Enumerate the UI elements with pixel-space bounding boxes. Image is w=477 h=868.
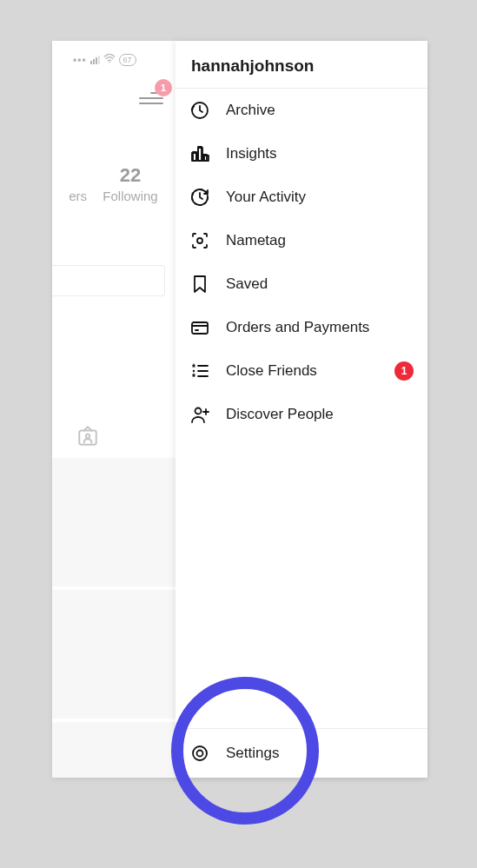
edit-profile-button[interactable] <box>52 265 165 296</box>
svg-point-10 <box>193 370 195 372</box>
svg-rect-9 <box>192 322 208 334</box>
menu-item-your-activity[interactable]: Your Activity <box>176 176 427 219</box>
nametag-icon <box>189 230 210 251</box>
drawer-username: hannahjohnson <box>191 56 314 75</box>
tagged-tab-icon[interactable] <box>76 425 99 451</box>
credit-card-icon <box>189 317 210 338</box>
phone-frame: ••• 67 1 ers 22 Following <box>52 41 427 778</box>
menu-item-nametag[interactable]: Nametag <box>176 219 427 262</box>
menu-item-label: Your Activity <box>226 189 306 206</box>
insights-icon <box>189 143 210 164</box>
menu-item-insights[interactable]: Insights <box>176 132 427 176</box>
svg-point-12 <box>193 746 207 760</box>
menu-item-archive[interactable]: Archive <box>176 89 427 132</box>
svg-point-11 <box>195 408 202 414</box>
menu-item-saved[interactable]: Saved <box>176 262 427 306</box>
menu-item-label: Close Friends <box>226 362 317 380</box>
status-bar: ••• 67 <box>73 53 136 66</box>
menu-item-label: Archive <box>226 102 275 119</box>
drawer-header[interactable]: hannahjohnson <box>176 41 427 89</box>
menu-item-settings[interactable]: Settings <box>176 729 427 778</box>
menu-notification-badge: 1 <box>155 79 172 96</box>
svg-rect-5 <box>198 148 202 161</box>
wifi-icon <box>103 53 116 66</box>
activity-icon <box>189 187 210 208</box>
svg-point-0 <box>109 62 110 63</box>
menu-button[interactable]: 1 <box>139 88 163 109</box>
menu-item-label: Saved <box>226 275 268 293</box>
menu-item-label: Discover People <box>226 406 334 423</box>
svg-point-2 <box>86 434 89 438</box>
signal-icon <box>90 56 100 64</box>
side-drawer: hannahjohnson Archive Insights <box>176 41 427 778</box>
carrier-dots-icon: ••• <box>73 54 87 66</box>
svg-point-13 <box>197 751 203 757</box>
close-friends-badge: 1 <box>394 361 414 381</box>
archive-icon <box>189 100 210 121</box>
menu-item-label: Nametag <box>226 232 286 249</box>
following-count[interactable]: 22 <box>87 164 174 187</box>
menu-item-close-friends[interactable]: Close Friends 1 <box>176 349 427 393</box>
svg-point-8 <box>197 238 202 243</box>
followers-label-partial: ers <box>52 189 87 203</box>
svg-rect-4 <box>192 153 196 161</box>
menu-item-label: Orders and Payments <box>226 319 369 336</box>
battery-indicator: 67 <box>119 54 136 66</box>
discover-people-icon <box>189 404 210 425</box>
menu-item-orders-payments[interactable]: Orders and Payments <box>176 306 427 349</box>
drawer-menu-list: Archive Insights Your Activity <box>176 89 427 728</box>
close-friends-icon <box>189 361 210 381</box>
settings-icon <box>189 743 210 764</box>
saved-icon <box>189 274 210 295</box>
drawer-footer: Settings <box>176 728 427 778</box>
following-label: Following <box>87 189 174 203</box>
menu-item-label: Insights <box>226 145 277 162</box>
profile-stats: ers 22 Following <box>52 164 174 203</box>
menu-item-label: Settings <box>226 745 279 762</box>
menu-item-discover-people[interactable]: Discover People <box>176 393 427 436</box>
